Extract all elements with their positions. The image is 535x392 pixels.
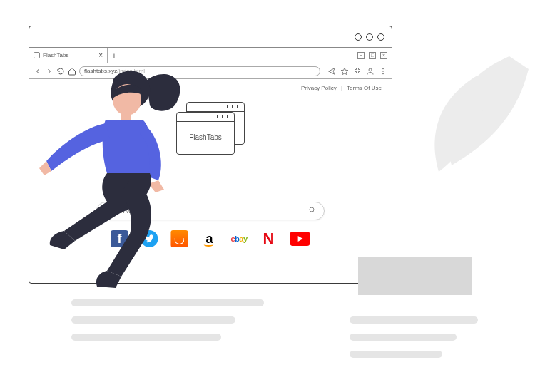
header-links: Privacy Policy | Terms Of Use <box>301 85 382 91</box>
quicklink-netflix[interactable]: N <box>260 230 277 247</box>
person-illustration <box>36 63 207 312</box>
tab-favicon <box>34 52 40 58</box>
placeholder-line <box>71 334 221 341</box>
extensions-icon[interactable] <box>353 67 362 76</box>
svg-point-4 <box>310 207 314 212</box>
star-icon[interactable] <box>340 67 349 76</box>
placeholder-line <box>71 316 235 324</box>
toolbar-right <box>323 67 387 76</box>
window-dot[interactable] <box>377 33 384 41</box>
minimize-button[interactable]: − <box>357 52 365 59</box>
search-icon[interactable] <box>308 205 317 217</box>
link-separator: | <box>341 85 342 91</box>
bench-illustration <box>358 257 472 295</box>
tab-title: FlashTabs <box>43 52 68 58</box>
new-tab-button[interactable]: + <box>108 48 121 63</box>
leaf-decoration <box>407 50 535 178</box>
tab-strip: FlashTabs × + − □ × <box>29 48 392 63</box>
quicklink-ebay[interactable]: ebay <box>230 230 247 247</box>
window-dot[interactable] <box>355 33 362 41</box>
send-icon[interactable] <box>327 67 336 76</box>
window-controls: − □ × <box>357 48 392 63</box>
placeholder-lines-right <box>350 316 478 368</box>
window-dots <box>355 33 384 41</box>
svg-point-0 <box>369 68 372 71</box>
quicklink-youtube[interactable] <box>290 232 310 246</box>
privacy-link[interactable]: Privacy Policy <box>301 85 337 91</box>
svg-point-3 <box>382 73 384 74</box>
placeholder-line <box>350 316 478 324</box>
svg-point-1 <box>382 68 384 69</box>
svg-rect-6 <box>121 113 131 120</box>
window-dot[interactable] <box>366 33 373 41</box>
tab-flashtabs[interactable]: FlashTabs × <box>29 48 108 63</box>
svg-point-2 <box>382 71 384 72</box>
profile-icon[interactable] <box>366 67 374 76</box>
menu-icon[interactable] <box>379 67 387 76</box>
placeholder-line <box>350 351 442 358</box>
maximize-button[interactable]: □ <box>369 52 376 59</box>
terms-link[interactable]: Terms Of Use <box>347 85 382 91</box>
close-tab-icon[interactable]: × <box>98 51 103 59</box>
close-button[interactable]: × <box>380 52 387 59</box>
titlebar <box>29 26 392 48</box>
placeholder-line <box>350 334 457 341</box>
